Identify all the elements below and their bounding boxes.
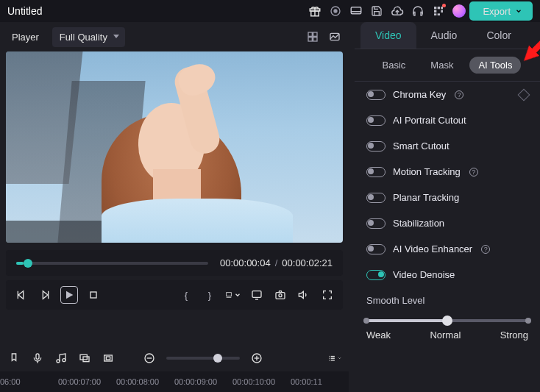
zoom-out-button[interactable] <box>143 352 156 365</box>
ai-tool-row: AI Portrait Cutout <box>355 107 540 133</box>
timeline-tick: 00:00:10:00 <box>232 377 291 386</box>
video-preview[interactable] <box>6 51 343 243</box>
svg-rect-30 <box>276 293 285 299</box>
timecode: 00:00:00:04/00:00:02:21 <box>220 257 333 268</box>
display-icon[interactable] <box>249 287 265 303</box>
timeline-tick: 00:00:08:00 <box>116 377 174 386</box>
timeline-ruler[interactable]: 06:00 00:00:07:00 00:00:08:00 00:00:09:0… <box>0 371 349 392</box>
prev-frame-button[interactable] <box>13 287 29 303</box>
subtab-basic[interactable]: Basic <box>374 57 415 74</box>
slider-label-strong: Strong <box>500 329 528 341</box>
toggle-label: AI Portrait Cutout <box>393 115 466 126</box>
toggle-smart-cutout[interactable] <box>366 141 386 152</box>
svg-point-4 <box>334 10 337 13</box>
stop-button[interactable] <box>85 287 102 303</box>
toggle-label: Stabilization <box>393 218 444 229</box>
snapshot-icon[interactable] <box>272 287 288 303</box>
svg-rect-16 <box>313 32 317 36</box>
record-icon[interactable] <box>327 2 344 20</box>
svg-rect-15 <box>308 32 312 36</box>
media-icon[interactable] <box>78 352 91 365</box>
slider-label-normal: Normal <box>430 329 461 341</box>
smooth-level-title: Smooth Level <box>355 288 540 312</box>
help-icon[interactable]: ? <box>455 90 463 99</box>
help-icon[interactable]: ? <box>481 245 490 254</box>
mark-in-icon[interactable]: { <box>178 287 194 303</box>
tab-color[interactable]: Color <box>472 22 525 49</box>
grid-view-icon[interactable] <box>305 29 321 45</box>
headphones-icon[interactable] <box>409 2 427 20</box>
svg-rect-37 <box>80 354 87 360</box>
svg-rect-25 <box>90 292 96 298</box>
avatar[interactable] <box>450 2 468 20</box>
mark-out-icon[interactable]: } <box>202 287 218 303</box>
next-frame-button[interactable] <box>37 287 53 303</box>
toggle-stabilization[interactable] <box>366 218 386 229</box>
toggle-label: Smart Cutout <box>393 140 450 152</box>
subtab-mask[interactable]: Mask <box>422 57 462 74</box>
timeline-tick: 00:00:11 <box>291 377 349 386</box>
svg-rect-40 <box>106 357 110 360</box>
tab-video[interactable]: Video <box>360 22 416 49</box>
export-button[interactable]: Export <box>469 1 533 21</box>
svg-marker-20 <box>18 291 24 299</box>
svg-rect-26 <box>227 293 232 296</box>
svg-rect-48 <box>330 358 330 359</box>
gift-icon[interactable] <box>306 2 324 20</box>
svg-rect-38 <box>83 357 89 362</box>
svg-rect-51 <box>331 360 335 360</box>
svg-rect-39 <box>104 355 113 361</box>
help-icon[interactable]: ? <box>469 168 478 177</box>
play-button[interactable] <box>60 286 78 304</box>
ai-tool-row: Smart Cutout <box>355 133 540 159</box>
svg-rect-17 <box>308 38 312 41</box>
zoom-in-button[interactable] <box>250 352 263 365</box>
svg-rect-28 <box>252 291 261 298</box>
cloud-icon[interactable] <box>388 2 406 20</box>
volume-icon[interactable] <box>296 287 312 303</box>
music-icon[interactable] <box>54 352 68 365</box>
scrub-slider[interactable] <box>16 262 208 265</box>
toggle-label: AI Video Enhancer <box>393 243 472 254</box>
fullscreen-icon[interactable] <box>319 287 335 303</box>
project-title: Untitled <box>7 5 42 17</box>
marker-icon[interactable] <box>7 352 21 365</box>
toggle-label: Planar Tracking <box>393 192 459 203</box>
svg-rect-49 <box>331 358 335 359</box>
list-icon[interactable] <box>328 352 341 365</box>
toggle-ai-portrait-cutout[interactable] <box>366 115 386 126</box>
toggle-ai-video-enhancer[interactable] <box>366 244 386 254</box>
svg-rect-14 <box>438 13 440 15</box>
quality-dropdown[interactable]: Full Quality <box>52 27 125 47</box>
toggle-chroma-key[interactable] <box>366 90 386 100</box>
svg-marker-22 <box>43 291 48 299</box>
subtab-ai-tools[interactable]: AI Tools <box>469 57 521 74</box>
svg-rect-5 <box>352 7 362 14</box>
svg-point-36 <box>63 359 65 362</box>
svg-rect-47 <box>331 356 335 357</box>
timeline-tick: 00:00:09:00 <box>174 377 232 386</box>
toggle-video-denoise[interactable] <box>366 270 386 280</box>
overlay-icon[interactable] <box>102 352 115 365</box>
slider-label-weak: Weak <box>366 329 391 341</box>
toggle-planar-tracking[interactable] <box>366 193 386 203</box>
monitor-icon[interactable] <box>347 2 365 20</box>
svg-point-35 <box>57 360 60 363</box>
image-view-icon[interactable] <box>327 29 343 45</box>
aspect-icon[interactable] <box>225 287 241 303</box>
svg-marker-24 <box>66 291 73 299</box>
tab-audio[interactable]: Audio <box>416 22 472 49</box>
apps-icon[interactable] <box>430 2 447 20</box>
svg-rect-18 <box>313 38 317 41</box>
svg-rect-8 <box>434 7 436 9</box>
zoom-slider[interactable] <box>166 357 240 360</box>
svg-rect-9 <box>438 7 440 9</box>
save-icon[interactable] <box>368 2 386 20</box>
svg-marker-32 <box>299 291 303 298</box>
toggle-motion-tracking[interactable] <box>366 167 386 177</box>
keyframe-diamond-icon[interactable] <box>518 88 530 101</box>
svg-rect-33 <box>36 354 39 359</box>
smooth-level-slider[interactable] <box>366 319 528 322</box>
ai-tool-row: Stabilization <box>355 210 540 236</box>
voiceover-icon[interactable] <box>31 352 44 365</box>
